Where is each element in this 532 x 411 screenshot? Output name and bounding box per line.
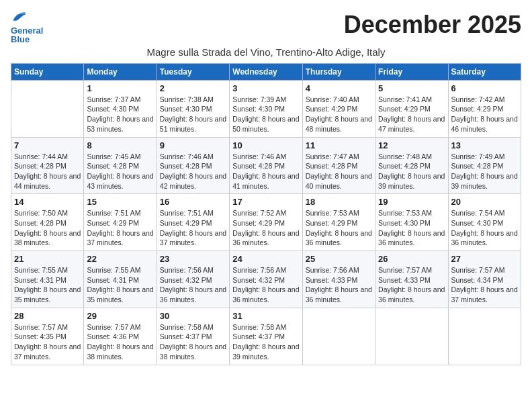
day-cell: 29Sunrise: 7:57 AMSunset: 4:36 PMDayligh…	[84, 308, 157, 365]
day-cell	[375, 308, 448, 365]
day-cell: 25Sunrise: 7:56 AMSunset: 4:33 PMDayligh…	[302, 251, 375, 308]
logo-bird-icon	[12, 11, 27, 23]
day-cell	[11, 80, 84, 137]
header: General Blue December 2025	[11, 11, 521, 44]
day-number: 1	[87, 83, 153, 93]
day-info: Sunrise: 7:42 AMSunset: 4:29 PMDaylight:…	[451, 95, 518, 134]
day-cell: 31Sunrise: 7:58 AMSunset: 4:37 PMDayligh…	[230, 308, 302, 365]
day-number: 12	[378, 140, 445, 150]
month-title: December 2025	[344, 11, 521, 39]
day-number: 14	[14, 197, 81, 207]
day-number: 19	[378, 197, 445, 207]
header-cell-monday: Monday	[84, 63, 157, 80]
day-cell: 13Sunrise: 7:49 AMSunset: 4:28 PMDayligh…	[448, 137, 521, 194]
day-info: Sunrise: 7:58 AMSunset: 4:37 PMDaylight:…	[160, 322, 226, 362]
day-cell: 23Sunrise: 7:56 AMSunset: 4:32 PMDayligh…	[157, 251, 229, 308]
day-cell: 30Sunrise: 7:58 AMSunset: 4:37 PMDayligh…	[157, 308, 229, 365]
header-cell-saturday: Saturday	[448, 63, 521, 80]
day-info: Sunrise: 7:52 AMSunset: 4:29 PMDaylight:…	[232, 208, 299, 248]
day-number: 10	[232, 140, 299, 150]
day-cell: 21Sunrise: 7:55 AMSunset: 4:31 PMDayligh…	[11, 251, 84, 308]
day-cell: 11Sunrise: 7:47 AMSunset: 4:28 PMDayligh…	[302, 137, 375, 194]
day-cell: 15Sunrise: 7:51 AMSunset: 4:29 PMDayligh…	[84, 194, 157, 251]
day-cell: 16Sunrise: 7:51 AMSunset: 4:29 PMDayligh…	[157, 194, 229, 251]
day-number: 4	[306, 83, 372, 93]
day-number: 11	[306, 140, 372, 150]
day-cell: 24Sunrise: 7:56 AMSunset: 4:32 PMDayligh…	[230, 251, 302, 308]
day-info: Sunrise: 7:56 AMSunset: 4:32 PMDaylight:…	[232, 265, 299, 305]
day-info: Sunrise: 7:57 AMSunset: 4:33 PMDaylight:…	[378, 265, 445, 305]
day-info: Sunrise: 7:46 AMSunset: 4:28 PMDaylight:…	[232, 152, 299, 191]
day-number: 16	[160, 197, 226, 207]
day-number: 21	[14, 254, 81, 264]
header-cell-tuesday: Tuesday	[157, 63, 229, 80]
day-number: 7	[14, 140, 81, 150]
day-cell: 4Sunrise: 7:40 AMSunset: 4:29 PMDaylight…	[302, 80, 375, 137]
day-cell: 5Sunrise: 7:41 AMSunset: 4:29 PMDaylight…	[375, 80, 448, 137]
day-number: 26	[378, 254, 445, 264]
day-number: 31	[232, 311, 299, 321]
week-row-1: 1Sunrise: 7:37 AMSunset: 4:30 PMDaylight…	[11, 80, 521, 137]
day-info: Sunrise: 7:48 AMSunset: 4:28 PMDaylight:…	[378, 152, 445, 191]
day-info: Sunrise: 7:53 AMSunset: 4:30 PMDaylight:…	[378, 208, 445, 248]
day-info: Sunrise: 7:57 AMSunset: 4:34 PMDaylight:…	[451, 265, 518, 305]
day-number: 22	[87, 254, 153, 264]
day-info: Sunrise: 7:55 AMSunset: 4:31 PMDaylight:…	[87, 265, 153, 305]
day-number: 13	[451, 140, 518, 150]
day-number: 18	[306, 197, 372, 207]
day-info: Sunrise: 7:51 AMSunset: 4:29 PMDaylight:…	[160, 208, 226, 248]
day-info: Sunrise: 7:41 AMSunset: 4:29 PMDaylight:…	[378, 95, 445, 134]
day-info: Sunrise: 7:46 AMSunset: 4:28 PMDaylight:…	[160, 152, 226, 191]
day-cell: 9Sunrise: 7:46 AMSunset: 4:28 PMDaylight…	[157, 137, 229, 194]
page-container: General Blue December 2025 Magre sulla S…	[11, 11, 521, 365]
day-number: 23	[160, 254, 226, 264]
header-cell-wednesday: Wednesday	[230, 63, 302, 80]
day-info: Sunrise: 7:56 AMSunset: 4:32 PMDaylight:…	[160, 265, 226, 305]
day-info: Sunrise: 7:38 AMSunset: 4:30 PMDaylight:…	[160, 95, 226, 134]
day-cell: 28Sunrise: 7:57 AMSunset: 4:35 PMDayligh…	[11, 308, 84, 365]
subtitle: Magre sulla Strada del Vino, Trentino-Al…	[11, 46, 521, 58]
day-info: Sunrise: 7:57 AMSunset: 4:36 PMDaylight:…	[87, 322, 153, 362]
day-cell: 20Sunrise: 7:54 AMSunset: 4:30 PMDayligh…	[448, 194, 521, 251]
day-number: 2	[160, 83, 226, 93]
day-info: Sunrise: 7:47 AMSunset: 4:28 PMDaylight:…	[306, 152, 372, 191]
day-cell: 1Sunrise: 7:37 AMSunset: 4:30 PMDaylight…	[84, 80, 157, 137]
day-cell: 19Sunrise: 7:53 AMSunset: 4:30 PMDayligh…	[375, 194, 448, 251]
day-cell: 6Sunrise: 7:42 AMSunset: 4:29 PMDaylight…	[448, 80, 521, 137]
logo-blue: Blue	[11, 34, 30, 44]
day-cell: 17Sunrise: 7:52 AMSunset: 4:29 PMDayligh…	[230, 194, 302, 251]
day-cell	[448, 308, 521, 365]
day-number: 27	[451, 254, 518, 264]
week-row-5: 28Sunrise: 7:57 AMSunset: 4:35 PMDayligh…	[11, 308, 521, 365]
day-info: Sunrise: 7:44 AMSunset: 4:28 PMDaylight:…	[14, 152, 81, 191]
day-cell: 18Sunrise: 7:53 AMSunset: 4:29 PMDayligh…	[302, 194, 375, 251]
day-info: Sunrise: 7:37 AMSunset: 4:30 PMDaylight:…	[87, 95, 153, 134]
day-cell: 12Sunrise: 7:48 AMSunset: 4:28 PMDayligh…	[375, 137, 448, 194]
day-info: Sunrise: 7:40 AMSunset: 4:29 PMDaylight:…	[306, 95, 372, 134]
day-info: Sunrise: 7:50 AMSunset: 4:28 PMDaylight:…	[14, 208, 81, 248]
day-info: Sunrise: 7:55 AMSunset: 4:31 PMDaylight:…	[14, 265, 81, 305]
day-number: 5	[378, 83, 445, 93]
day-number: 30	[160, 311, 226, 321]
day-info: Sunrise: 7:45 AMSunset: 4:28 PMDaylight:…	[87, 152, 153, 191]
day-number: 15	[87, 197, 153, 207]
calendar-table: SundayMondayTuesdayWednesdayThursdayFrid…	[11, 63, 521, 365]
day-cell: 3Sunrise: 7:39 AMSunset: 4:30 PMDaylight…	[230, 80, 302, 137]
week-row-2: 7Sunrise: 7:44 AMSunset: 4:28 PMDaylight…	[11, 137, 521, 194]
day-number: 17	[232, 197, 299, 207]
day-cell: 22Sunrise: 7:55 AMSunset: 4:31 PMDayligh…	[84, 251, 157, 308]
logo: General Blue	[11, 11, 43, 44]
day-info: Sunrise: 7:57 AMSunset: 4:35 PMDaylight:…	[14, 322, 81, 362]
day-number: 25	[306, 254, 372, 264]
week-row-4: 21Sunrise: 7:55 AMSunset: 4:31 PMDayligh…	[11, 251, 521, 308]
day-cell: 26Sunrise: 7:57 AMSunset: 4:33 PMDayligh…	[375, 251, 448, 308]
header-row: SundayMondayTuesdayWednesdayThursdayFrid…	[11, 63, 521, 80]
day-cell: 2Sunrise: 7:38 AMSunset: 4:30 PMDaylight…	[157, 80, 229, 137]
day-info: Sunrise: 7:56 AMSunset: 4:33 PMDaylight:…	[306, 265, 372, 305]
day-number: 28	[14, 311, 81, 321]
day-number: 20	[451, 197, 518, 207]
day-info: Sunrise: 7:51 AMSunset: 4:29 PMDaylight:…	[87, 208, 153, 248]
day-number: 6	[451, 83, 518, 93]
day-cell: 8Sunrise: 7:45 AMSunset: 4:28 PMDaylight…	[84, 137, 157, 194]
day-info: Sunrise: 7:49 AMSunset: 4:28 PMDaylight:…	[451, 152, 518, 191]
